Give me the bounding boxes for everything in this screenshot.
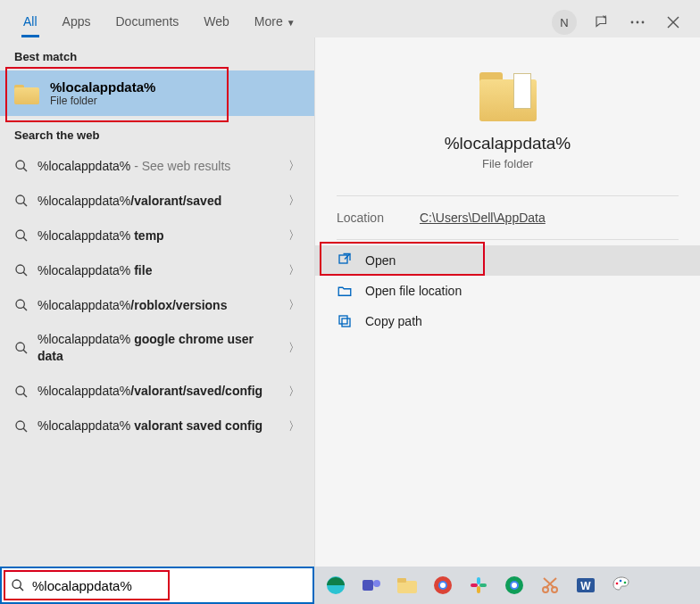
preview-pane: %localappdata% File folder Location C:\U… [314, 37, 700, 604]
search-icon [14, 263, 29, 277]
taskbar: W [314, 567, 700, 604]
tab-apps[interactable]: Apps [50, 7, 104, 37]
action-label: Open file location [365, 284, 462, 298]
web-result-item[interactable]: %localappdata% google chrome user data〉 [0, 322, 314, 374]
web-results-list: %localappdata% - See web results〉%locala… [0, 149, 314, 443]
search-icon [14, 419, 29, 434]
avatar[interactable]: N [552, 10, 577, 35]
search-input-container[interactable] [0, 567, 314, 604]
search-icon [14, 194, 29, 208]
svg-line-16 [23, 350, 27, 353]
location-value[interactable]: C:\Users\Dell\AppData [420, 211, 546, 225]
search-icon [14, 159, 29, 173]
taskbar-chrome-icon[interactable] [502, 573, 527, 598]
svg-point-49 [620, 580, 622, 583]
svg-point-29 [373, 580, 380, 587]
chevron-right-icon[interactable]: 〉 [285, 418, 304, 434]
divider [337, 239, 679, 240]
web-result-text: %localappdata% temp [38, 228, 276, 244]
chevron-right-icon[interactable]: 〉 [285, 228, 304, 244]
taskbar-edge-icon[interactable] [323, 573, 348, 598]
copy-icon [337, 313, 353, 329]
chevron-down-icon: ▼ [287, 18, 296, 28]
best-match-subtitle: File folder [50, 95, 155, 107]
location-label: Location [337, 211, 384, 225]
web-result-item[interactable]: %localappdata% - See web results〉 [0, 149, 314, 184]
svg-rect-30 [397, 581, 417, 593]
web-result-text: %localappdata%/valorant/saved [38, 193, 276, 210]
svg-line-10 [23, 237, 27, 241]
web-result-text: %localappdata%/valorant/saved/config [38, 383, 276, 400]
svg-rect-21 [339, 255, 347, 263]
chevron-right-icon[interactable]: 〉 [285, 297, 304, 313]
taskbar-word-icon[interactable]: W [573, 573, 598, 598]
feedback-icon[interactable] [591, 12, 612, 33]
search-web-label: Search the web [0, 116, 314, 149]
svg-rect-31 [397, 578, 406, 583]
chevron-right-icon[interactable]: 〉 [285, 158, 304, 174]
web-result-item[interactable]: %localappdata%/valorant/saved/config〉 [0, 374, 314, 409]
action-open[interactable]: Open [315, 245, 700, 276]
svg-point-48 [616, 583, 619, 585]
svg-rect-23 [342, 319, 350, 327]
location-row: Location C:\Users\Dell\AppData [315, 196, 700, 239]
chevron-right-icon[interactable]: 〉 [285, 193, 304, 209]
web-result-text: %localappdata% google chrome user data [38, 331, 276, 365]
taskbar-slack-icon[interactable] [466, 573, 491, 598]
header: All Apps Documents Web More▼ N [0, 0, 700, 37]
web-result-item[interactable]: %localappdata% temp〉 [0, 219, 314, 253]
taskbar-explorer-icon[interactable] [395, 573, 420, 598]
search-input[interactable] [32, 578, 304, 593]
web-result-text: %localappdata% - See web results [38, 158, 276, 175]
web-result-text: %localappdata% valorant saved config [38, 418, 276, 434]
taskbar-paint-icon[interactable] [609, 573, 634, 598]
svg-line-6 [23, 168, 27, 171]
results-pane: Best match %localappdata% File folder Se… [0, 37, 314, 604]
tab-web[interactable]: Web [191, 7, 242, 37]
svg-point-11 [16, 265, 24, 273]
web-result-text: %localappdata%/roblox/versions [38, 297, 276, 314]
folder-icon [476, 70, 540, 121]
taskbar-snip-icon[interactable] [538, 573, 562, 598]
search-icon [11, 578, 25, 592]
best-match-item[interactable]: %localappdata% File folder [0, 70, 314, 116]
svg-line-12 [23, 272, 27, 276]
svg-point-34 [440, 583, 446, 588]
web-result-item[interactable]: %localappdata%/valorant/saved〉 [0, 184, 314, 219]
svg-point-15 [16, 343, 24, 351]
more-options-icon[interactable] [627, 12, 648, 33]
search-icon [14, 341, 29, 355]
tab-more[interactable]: More▼ [242, 7, 308, 37]
svg-rect-35 [477, 577, 480, 584]
action-copy-path[interactable]: Copy path [315, 306, 700, 336]
chevron-right-icon[interactable]: 〉 [285, 340, 304, 356]
chevron-right-icon[interactable]: 〉 [285, 384, 304, 400]
svg-line-18 [23, 393, 27, 397]
svg-rect-24 [339, 316, 347, 324]
web-result-item[interactable]: %localappdata% file〉 [0, 253, 314, 288]
svg-point-17 [16, 386, 24, 394]
svg-point-2 [642, 21, 645, 24]
svg-point-41 [512, 583, 517, 588]
svg-line-8 [23, 203, 27, 206]
tab-documents[interactable]: Documents [103, 7, 191, 37]
svg-point-50 [624, 582, 627, 584]
open-icon [337, 252, 353, 269]
svg-line-20 [23, 428, 27, 432]
close-icon[interactable] [662, 12, 684, 33]
svg-line-14 [23, 307, 27, 310]
svg-point-9 [16, 230, 24, 238]
web-result-item[interactable]: %localappdata% valorant saved config〉 [0, 409, 314, 443]
taskbar-teams-icon[interactable] [359, 573, 384, 598]
action-open-file-location[interactable]: Open file location [315, 276, 700, 306]
svg-point-1 [637, 21, 639, 24]
search-icon [14, 385, 29, 399]
tab-all[interactable]: All [11, 7, 50, 37]
svg-rect-36 [471, 583, 478, 587]
preview-subtitle: File folder [315, 157, 700, 170]
svg-rect-37 [477, 586, 480, 593]
taskbar-chrome-icon[interactable] [430, 573, 455, 598]
web-result-item[interactable]: %localappdata%/roblox/versions〉 [0, 288, 314, 323]
svg-point-0 [631, 21, 634, 24]
chevron-right-icon[interactable]: 〉 [285, 262, 304, 278]
